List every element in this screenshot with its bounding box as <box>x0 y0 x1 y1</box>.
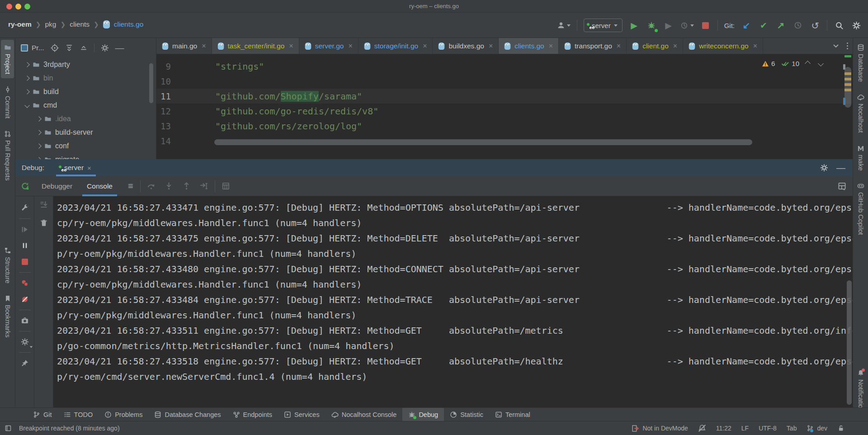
collapse-all-button[interactable] <box>80 44 88 52</box>
debug-settings-gear-icon[interactable] <box>820 164 828 172</box>
profiler-button[interactable]: ▶ <box>663 19 674 31</box>
breadcrumb-project[interactable]: ry-oem <box>8 20 32 28</box>
hide-debug-panel-button[interactable]: — <box>836 165 845 170</box>
debug-button[interactable] <box>646 19 657 31</box>
pin-tab-icon[interactable] <box>18 356 32 370</box>
project-settings-gear-icon[interactable] <box>101 44 109 52</box>
project-tree-item[interactable]: build-server <box>15 126 156 139</box>
tool-stripe-button[interactable]: GitHub Copilot <box>854 178 867 239</box>
close-tab-icon[interactable]: × <box>549 42 553 50</box>
line-number[interactable]: 13 <box>156 121 177 131</box>
git-update-button[interactable]: ↙ <box>741 19 752 31</box>
line-ending-widget[interactable]: LF <box>741 425 749 432</box>
debug-session-tab[interactable]: server × <box>54 159 98 176</box>
tab-console[interactable]: Console <box>80 176 120 196</box>
tree-expand-arrow-icon[interactable] <box>24 62 29 67</box>
select-opened-file-button[interactable] <box>51 44 59 52</box>
stop-process-icon[interactable] <box>18 255 32 269</box>
close-session-icon[interactable]: × <box>87 164 91 172</box>
tool-stripe-button[interactable]: Bookmarks <box>1 291 14 342</box>
breadcrumb-file[interactable]: clients.go <box>114 20 143 28</box>
close-tab-icon[interactable]: × <box>489 42 493 50</box>
lock-icon[interactable] <box>837 425 844 432</box>
project-view-select[interactable]: Pr... <box>21 44 44 52</box>
line-number[interactable]: 10 <box>156 76 177 86</box>
project-tree-item[interactable]: cmd <box>15 99 156 112</box>
passed-checks-indicator[interactable]: 10 <box>781 60 799 67</box>
code-line[interactable]: 10 <box>156 74 853 89</box>
code-line[interactable]: 9"strings" <box>156 59 853 74</box>
warnings-indicator[interactable]: 6 <box>762 60 775 67</box>
editor-error-stripe[interactable] <box>843 54 853 159</box>
line-number[interactable]: 12 <box>156 106 177 116</box>
layout-corner-icon[interactable] <box>5 425 12 432</box>
editor-tab[interactable]: client.go × <box>627 38 683 54</box>
expand-all-button[interactable] <box>65 44 73 52</box>
project-tree-item[interactable]: bin <box>15 71 156 85</box>
console-output[interactable]: 2023/04/21 16:58:27.433471 engine.go:577… <box>53 196 853 407</box>
tool-window-button[interactable]: Git <box>27 408 58 421</box>
line-number[interactable]: 9 <box>156 61 177 71</box>
tool-stripe-button[interactable]: Structure <box>1 243 14 288</box>
previous-issue-chevron-icon[interactable] <box>805 61 811 66</box>
tree-expand-arrow-icon[interactable] <box>36 116 41 121</box>
project-tree-item[interactable]: migrate <box>15 153 156 159</box>
code-line[interactable]: 13"github.com/rs/zerolog/log" <box>156 118 853 133</box>
tool-window-button[interactable]: Endpoints <box>227 408 278 421</box>
rollback-button[interactable]: ↺ <box>810 19 821 31</box>
editor-tab[interactable]: task_center/init.go × <box>212 38 299 54</box>
run-to-cursor-icon[interactable] <box>200 182 208 190</box>
git-branch-widget[interactable]: dev <box>807 425 827 432</box>
close-tab-icon[interactable]: × <box>753 42 757 50</box>
tool-stripe-button[interactable]: Pull Requests <box>1 126 14 184</box>
evaluate-expression-icon[interactable] <box>222 182 230 190</box>
tool-window-button[interactable]: TODO <box>58 408 99 421</box>
step-out-icon[interactable] <box>182 182 191 190</box>
step-over-icon[interactable] <box>147 182 156 190</box>
editor-tab[interactable]: main.go × <box>156 38 212 54</box>
power-save-icon[interactable] <box>698 424 706 432</box>
project-tree-item[interactable]: .idea <box>15 112 156 126</box>
tool-window-button[interactable]: Terminal <box>489 408 536 421</box>
git-commit-button[interactable]: ✔ <box>758 19 769 31</box>
next-issue-chevron-icon[interactable] <box>818 61 824 66</box>
code-editor[interactable]: 9"strings"1011"github.com/Shopify/sarama… <box>156 54 853 159</box>
tree-expand-arrow-icon[interactable] <box>24 76 29 80</box>
scroll-to-end-icon[interactable] <box>40 201 48 209</box>
editor-horizontal-scrollbar[interactable] <box>214 139 752 145</box>
project-tree-item[interactable]: 3rdparty <box>15 58 156 71</box>
project-tree-item[interactable]: build <box>15 85 156 99</box>
tool-window-button[interactable]: Services <box>278 408 326 421</box>
tab-options-kebab-icon[interactable] <box>847 43 849 50</box>
step-into-icon[interactable] <box>165 182 173 190</box>
tool-window-button[interactable]: Statistic <box>444 408 489 421</box>
indent-widget[interactable]: Tab <box>787 425 797 432</box>
inspections-widget[interactable]: 6 10 <box>762 60 823 67</box>
line-number[interactable]: 14 <box>156 136 177 146</box>
tool-stripe-button[interactable]: Project <box>1 40 14 78</box>
breadcrumb-pkg[interactable]: pkg <box>45 20 56 28</box>
debug-settings-gear-icon[interactable] <box>18 335 32 349</box>
encoding-widget[interactable]: UTF-8 <box>759 425 777 432</box>
resume-program-icon[interactable] <box>18 222 32 236</box>
git-push-button[interactable]: ↗ <box>775 19 786 31</box>
restore-layout-icon[interactable] <box>838 182 846 190</box>
mute-breakpoints-icon[interactable] <box>18 293 32 306</box>
run-button[interactable]: ▶ <box>629 19 640 31</box>
tree-expand-arrow-icon[interactable] <box>24 89 29 94</box>
editor-tab[interactable]: writeconcern.go × <box>683 38 763 54</box>
rerun-button[interactable] <box>15 182 34 190</box>
editor-tab[interactable]: transport.go × <box>559 38 627 54</box>
run-configuration-select[interactable]: server <box>584 19 623 32</box>
clear-console-trash-icon[interactable] <box>40 219 48 227</box>
stop-button[interactable] <box>700 19 711 31</box>
line-number[interactable]: 11 <box>156 91 177 101</box>
editor-vertical-scrollbar[interactable] <box>844 67 851 108</box>
tool-window-button[interactable]: Database Changes <box>148 408 226 421</box>
close-tab-icon[interactable]: × <box>289 42 293 50</box>
settings-gear-icon[interactable] <box>851 19 862 31</box>
status-message[interactable]: Breakpoint reached (8 minutes ago) <box>19 425 120 432</box>
console-scrollbar[interactable] <box>847 280 852 405</box>
breadcrumb-clients[interactable]: clients <box>70 20 90 28</box>
close-tab-icon[interactable]: × <box>617 42 621 50</box>
